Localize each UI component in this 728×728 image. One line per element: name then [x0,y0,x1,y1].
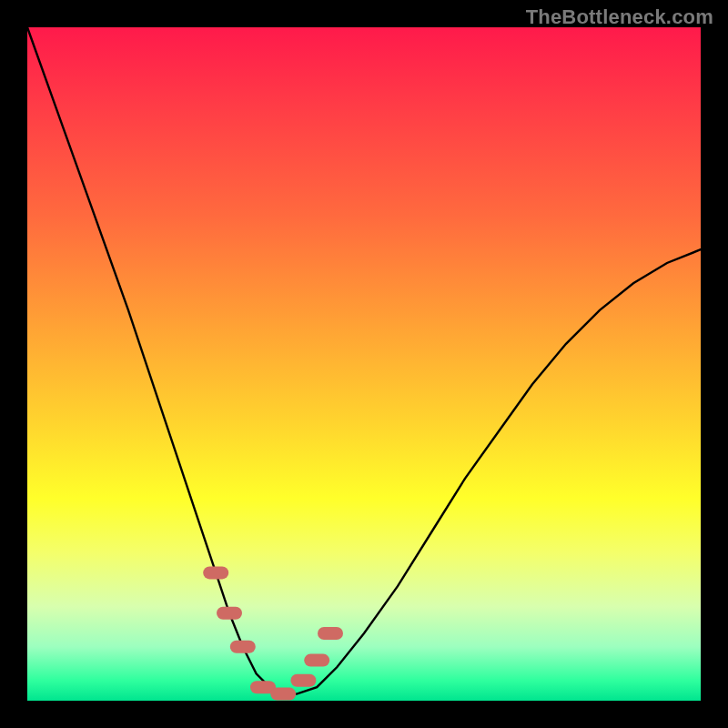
outer-frame: TheBottleneck.com [0,0,728,728]
curve-main [27,27,701,694]
chart-plot-area [27,27,701,701]
bottleneck-chart [27,27,701,701]
watermark-text: TheBottleneck.com [526,5,713,29]
